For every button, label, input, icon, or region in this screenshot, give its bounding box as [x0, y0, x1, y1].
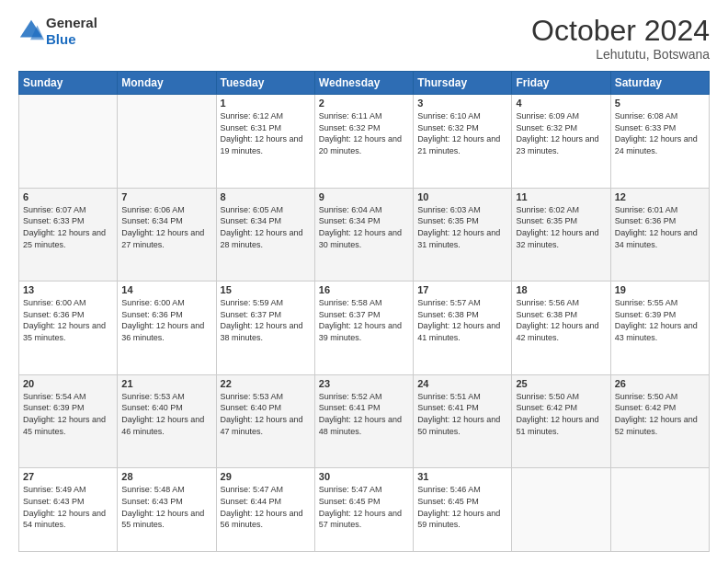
logo: General Blue — [18, 15, 97, 48]
day-number: 19 — [615, 284, 705, 295]
day-number: 13 — [23, 284, 113, 295]
day-info: Sunrise: 6:01 AMSunset: 6:36 PMDaylight:… — [615, 204, 705, 250]
table-cell — [118, 95, 216, 189]
col-saturday: Saturday — [610, 72, 709, 95]
table-cell: 3Sunrise: 6:10 AMSunset: 6:32 PMDaylight… — [414, 95, 512, 189]
day-info: Sunrise: 5:46 AMSunset: 6:45 PMDaylight:… — [417, 484, 507, 530]
day-info: Sunrise: 6:09 AMSunset: 6:32 PMDaylight:… — [516, 110, 606, 156]
day-number: 31 — [417, 471, 507, 482]
day-info: Sunrise: 6:10 AMSunset: 6:32 PMDaylight:… — [417, 110, 507, 156]
table-cell: 14Sunrise: 6:00 AMSunset: 6:36 PMDayligh… — [118, 282, 216, 375]
day-number: 26 — [615, 378, 705, 389]
day-number: 15 — [221, 284, 311, 295]
table-cell: 13Sunrise: 6:00 AMSunset: 6:36 PMDayligh… — [19, 282, 118, 375]
header-row: Sunday Monday Tuesday Wednesday Thursday… — [19, 72, 710, 95]
col-friday: Friday — [512, 72, 610, 95]
calendar-table: Sunday Monday Tuesday Wednesday Thursday… — [18, 71, 710, 552]
table-cell: 1Sunrise: 6:12 AMSunset: 6:31 PMDaylight… — [216, 95, 314, 189]
table-cell: 18Sunrise: 5:56 AMSunset: 6:38 PMDayligh… — [512, 282, 610, 375]
day-info: Sunrise: 6:04 AMSunset: 6:34 PMDaylight:… — [319, 204, 409, 250]
day-info: Sunrise: 6:00 AMSunset: 6:36 PMDaylight:… — [23, 297, 113, 343]
day-number: 11 — [516, 191, 606, 202]
day-info: Sunrise: 6:03 AMSunset: 6:35 PMDaylight:… — [417, 204, 507, 250]
day-number: 1 — [221, 98, 311, 109]
logo-text: General Blue — [46, 15, 97, 48]
day-info: Sunrise: 5:50 AMSunset: 6:42 PMDaylight:… — [516, 391, 606, 437]
day-number: 8 — [221, 191, 311, 202]
table-cell — [19, 95, 118, 189]
logo-blue-text: Blue — [46, 31, 76, 47]
day-info: Sunrise: 5:58 AMSunset: 6:37 PMDaylight:… — [319, 297, 409, 343]
header: General Blue October 2024 Lehututu, Bots… — [18, 15, 710, 62]
col-tuesday: Tuesday — [216, 72, 314, 95]
table-cell: 24Sunrise: 5:51 AMSunset: 6:41 PMDayligh… — [414, 374, 512, 468]
day-info: Sunrise: 5:53 AMSunset: 6:40 PMDaylight:… — [121, 391, 211, 437]
day-number: 6 — [23, 191, 113, 202]
calendar-week-row: 1Sunrise: 6:12 AMSunset: 6:31 PMDaylight… — [19, 95, 710, 189]
day-number: 18 — [516, 284, 606, 295]
table-cell: 17Sunrise: 5:57 AMSunset: 6:38 PMDayligh… — [414, 282, 512, 375]
calendar-week-row: 27Sunrise: 5:49 AMSunset: 6:43 PMDayligh… — [19, 468, 710, 552]
day-info: Sunrise: 6:00 AMSunset: 6:36 PMDaylight:… — [121, 297, 211, 343]
day-info: Sunrise: 6:12 AMSunset: 6:31 PMDaylight:… — [221, 110, 311, 156]
day-info: Sunrise: 6:02 AMSunset: 6:35 PMDaylight:… — [516, 204, 606, 250]
table-cell: 20Sunrise: 5:54 AMSunset: 6:39 PMDayligh… — [19, 374, 118, 468]
calendar-week-row: 6Sunrise: 6:07 AMSunset: 6:33 PMDaylight… — [19, 188, 710, 282]
day-number: 3 — [417, 98, 507, 109]
day-number: 22 — [221, 378, 311, 389]
day-number: 30 — [319, 471, 409, 482]
table-cell: 11Sunrise: 6:02 AMSunset: 6:35 PMDayligh… — [512, 188, 610, 282]
table-cell: 30Sunrise: 5:47 AMSunset: 6:45 PMDayligh… — [314, 468, 413, 552]
location: Lehututu, Botswana — [531, 47, 710, 62]
day-number: 20 — [23, 378, 113, 389]
month-title: October 2024 — [531, 15, 710, 47]
day-number: 17 — [417, 284, 507, 295]
day-number: 7 — [121, 191, 211, 202]
day-info: Sunrise: 6:08 AMSunset: 6:33 PMDaylight:… — [615, 110, 705, 156]
day-info: Sunrise: 5:59 AMSunset: 6:37 PMDaylight:… — [221, 297, 311, 343]
logo-icon — [18, 18, 44, 44]
table-cell: 15Sunrise: 5:59 AMSunset: 6:37 PMDayligh… — [216, 282, 314, 375]
col-monday: Monday — [118, 72, 216, 95]
table-cell: 26Sunrise: 5:50 AMSunset: 6:42 PMDayligh… — [610, 374, 709, 468]
table-cell: 28Sunrise: 5:48 AMSunset: 6:43 PMDayligh… — [118, 468, 216, 552]
day-number: 5 — [615, 98, 705, 109]
day-info: Sunrise: 5:56 AMSunset: 6:38 PMDaylight:… — [516, 297, 606, 343]
table-cell: 29Sunrise: 5:47 AMSunset: 6:44 PMDayligh… — [216, 468, 314, 552]
day-number: 14 — [121, 284, 211, 295]
day-info: Sunrise: 5:57 AMSunset: 6:38 PMDaylight:… — [417, 297, 507, 343]
day-info: Sunrise: 5:52 AMSunset: 6:41 PMDaylight:… — [319, 391, 409, 437]
day-info: Sunrise: 5:47 AMSunset: 6:45 PMDaylight:… — [319, 484, 409, 530]
day-number: 24 — [417, 378, 507, 389]
calendar-week-row: 20Sunrise: 5:54 AMSunset: 6:39 PMDayligh… — [19, 374, 710, 468]
table-cell: 12Sunrise: 6:01 AMSunset: 6:36 PMDayligh… — [610, 188, 709, 282]
table-cell: 31Sunrise: 5:46 AMSunset: 6:45 PMDayligh… — [414, 468, 512, 552]
day-number: 23 — [319, 378, 409, 389]
day-info: Sunrise: 5:49 AMSunset: 6:43 PMDaylight:… — [23, 484, 113, 530]
title-block: October 2024 Lehututu, Botswana — [531, 15, 710, 62]
day-number: 28 — [121, 471, 211, 482]
table-cell: 21Sunrise: 5:53 AMSunset: 6:40 PMDayligh… — [118, 374, 216, 468]
day-info: Sunrise: 6:05 AMSunset: 6:34 PMDaylight:… — [221, 204, 311, 250]
table-cell: 16Sunrise: 5:58 AMSunset: 6:37 PMDayligh… — [314, 282, 413, 375]
day-info: Sunrise: 5:55 AMSunset: 6:39 PMDaylight:… — [615, 297, 705, 343]
day-info: Sunrise: 6:06 AMSunset: 6:34 PMDaylight:… — [121, 204, 211, 250]
day-number: 9 — [319, 191, 409, 202]
day-info: Sunrise: 5:47 AMSunset: 6:44 PMDaylight:… — [221, 484, 311, 530]
day-info: Sunrise: 6:07 AMSunset: 6:33 PMDaylight:… — [23, 204, 113, 250]
day-number: 2 — [319, 98, 409, 109]
table-cell: 7Sunrise: 6:06 AMSunset: 6:34 PMDaylight… — [118, 188, 216, 282]
day-number: 21 — [121, 378, 211, 389]
table-cell: 9Sunrise: 6:04 AMSunset: 6:34 PMDaylight… — [314, 188, 413, 282]
day-number: 10 — [417, 191, 507, 202]
table-cell: 19Sunrise: 5:55 AMSunset: 6:39 PMDayligh… — [610, 282, 709, 375]
table-cell: 8Sunrise: 6:05 AMSunset: 6:34 PMDaylight… — [216, 188, 314, 282]
day-info: Sunrise: 6:11 AMSunset: 6:32 PMDaylight:… — [319, 110, 409, 156]
table-cell: 6Sunrise: 6:07 AMSunset: 6:33 PMDaylight… — [19, 188, 118, 282]
day-number: 4 — [516, 98, 606, 109]
calendar-week-row: 13Sunrise: 6:00 AMSunset: 6:36 PMDayligh… — [19, 282, 710, 375]
day-number: 12 — [615, 191, 705, 202]
col-sunday: Sunday — [19, 72, 118, 95]
day-number: 29 — [221, 471, 311, 482]
day-info: Sunrise: 5:50 AMSunset: 6:42 PMDaylight:… — [615, 391, 705, 437]
